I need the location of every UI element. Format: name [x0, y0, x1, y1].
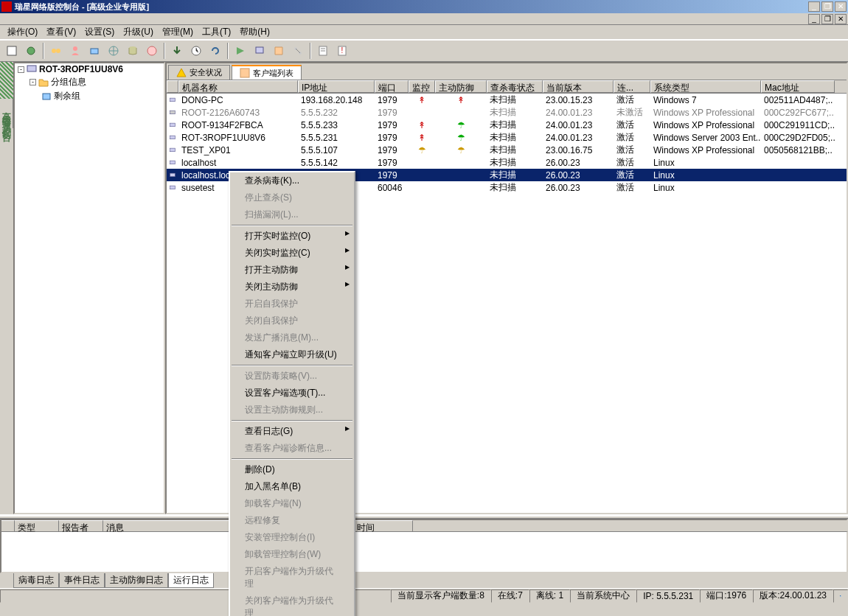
- cell-sys: Linux: [650, 158, 761, 168]
- tab-clients[interactable]: 客户端列表: [232, 65, 302, 80]
- menu-tools[interactable]: 工具(T): [198, 24, 235, 40]
- table-row[interactable]: ROOT-9134F2FBCA5.5.5.2331979↟☂未扫描24.00.0…: [167, 119, 847, 131]
- tree-root[interactable]: - ROT-3ROPF1UU8V6: [15, 63, 164, 75]
- col-ver[interactable]: 当前版本: [543, 80, 614, 93]
- col-port[interactable]: 端口: [375, 80, 409, 93]
- log-tab-event[interactable]: 事件日志: [59, 573, 105, 588]
- mdi-minimize-button[interactable]: _: [808, 14, 820, 24]
- col-ip[interactable]: IP地址: [298, 80, 375, 93]
- tool-alert-icon[interactable]: !: [333, 42, 351, 60]
- ctx-closedef[interactable]: 关闭主动防御: [230, 279, 354, 295]
- svg-point-3: [56, 49, 60, 53]
- tool-x-icon[interactable]: [143, 42, 161, 60]
- menu-help[interactable]: 帮助(H): [235, 24, 274, 40]
- mdi-titlebar: _ ❐ ✕: [0, 13, 848, 25]
- computer-icon: [27, 64, 37, 74]
- cell-sys: Windows Server 2003 Ent...: [650, 133, 761, 143]
- cell-ver: 26.00.23: [543, 183, 614, 193]
- tool-btn-1[interactable]: [3, 42, 21, 60]
- tool-net-icon[interactable]: [105, 42, 122, 60]
- tool-sync-icon[interactable]: [206, 42, 224, 60]
- ctx-delete[interactable]: 删除(D): [230, 461, 354, 478]
- table-row[interactable]: TEST_XP015.5.5.1071979☂☂未扫描23.00.16.75激活…: [167, 144, 847, 156]
- table-row[interactable]: ROOT-2126A607435.5.5.2321979未扫描24.00.01.…: [167, 106, 847, 119]
- col-mon[interactable]: 监控: [409, 80, 435, 93]
- col-mac[interactable]: Mac地址: [761, 80, 835, 93]
- svg-rect-24: [170, 161, 175, 164]
- tool-conn-icon[interactable]: [289, 42, 307, 60]
- ctx-viewlog[interactable]: 查看日志(G): [230, 423, 354, 440]
- cell-port: 1979: [375, 108, 409, 118]
- log-col-time[interactable]: 时间: [354, 520, 413, 531]
- tab-security[interactable]: 安全状况: [168, 65, 230, 80]
- tool-db-icon[interactable]: [124, 42, 142, 60]
- table-row[interactable]: DONG-PC193.168.20.1481979↟↟未扫描23.00.15.2…: [167, 94, 847, 106]
- ctx-uninstall: 卸载客户端(N): [230, 495, 354, 512]
- col-conn[interactable]: 连...: [614, 80, 650, 93]
- cell-sys: Windows XP Professional: [650, 145, 761, 155]
- ctx-clientopt[interactable]: 设置客户端选项(T)...: [230, 385, 354, 402]
- warning-icon: [176, 68, 187, 78]
- tool-group-icon[interactable]: [47, 42, 65, 60]
- col-name[interactable]: 机器名称: [178, 80, 298, 93]
- computer-icon: [170, 120, 175, 130]
- log-tab-run[interactable]: 运行日志: [168, 573, 214, 588]
- ctx-openmon[interactable]: 打开实时监控(O): [230, 228, 354, 245]
- tree-panel[interactable]: - ROT-3ROPF1UU8V6 - 分组信息 剩余组: [13, 62, 165, 514]
- cell-sys: Windows XP Professional: [650, 108, 761, 118]
- cell-name: ROOT-2126A60743: [178, 108, 298, 118]
- tree-group[interactable]: - 分组信息: [15, 75, 164, 89]
- cell-ver: 24.00.01.23: [543, 108, 614, 118]
- statusbar: 当前显示客户端数量:8 在线:7 离线: 1 当前系统中心 IP: 5.5.5.…: [0, 588, 848, 603]
- ctx-kill[interactable]: 查杀病毒(K)...: [230, 172, 354, 189]
- cell-port: 1979: [375, 133, 409, 143]
- tool-dl-icon[interactable]: [168, 42, 186, 60]
- group-icon: [41, 91, 52, 102]
- menu-upgrade[interactable]: 升级(U): [119, 24, 158, 40]
- log-tab-virus[interactable]: 病毒日志: [13, 573, 59, 588]
- tree-remain[interactable]: 剩余组: [15, 89, 164, 103]
- table-row[interactable]: ROT-3ROPF1UU8V65.5.5.2311979↟☂未扫描24.00.0…: [167, 131, 847, 144]
- minimize-button[interactable]: _: [808, 1, 820, 12]
- menu-view[interactable]: 查看(V): [42, 24, 80, 40]
- rising-logo: [0, 62, 13, 99]
- tool-remote-icon[interactable]: [251, 42, 268, 60]
- restore-button[interactable]: ❐: [821, 1, 833, 12]
- menu-operation[interactable]: 操作(O): [3, 24, 42, 40]
- menu-settings[interactable]: 设置(S): [80, 24, 119, 40]
- log-col-reporter[interactable]: 报告者: [59, 520, 103, 531]
- tool-push-icon[interactable]: [232, 42, 249, 60]
- col-def[interactable]: 主动防御: [435, 80, 487, 93]
- list-icon: [240, 68, 250, 78]
- tabs: 安全状况 客户端列表: [167, 63, 847, 80]
- col-scan[interactable]: 查杀毒状态: [487, 80, 543, 93]
- ctx-closemon[interactable]: 关闭实时监控(C): [230, 245, 354, 262]
- cell-port: 1979: [375, 120, 409, 130]
- tool-lic-icon[interactable]: [270, 42, 288, 60]
- tree-expand-icon[interactable]: -: [18, 66, 24, 73]
- tool-user-icon[interactable]: [66, 42, 84, 60]
- arrow-red-icon: ↟: [418, 95, 425, 105]
- ctx-defrule: 设置主动防御规则...: [230, 402, 354, 419]
- col-sys[interactable]: 系统类型: [650, 80, 761, 93]
- tool-sched-icon[interactable]: [187, 42, 205, 60]
- cell-scan: 未扫描: [487, 181, 543, 194]
- tool-rpt-icon[interactable]: [314, 42, 332, 60]
- menu-manage[interactable]: 管理(M): [158, 24, 198, 40]
- titlebar: 瑞星网络版控制台 - [高级企业专用版] _ ❐ ✕: [0, 0, 848, 13]
- log-col-type[interactable]: 类型: [15, 520, 59, 531]
- log-body[interactable]: [0, 532, 848, 573]
- mdi-close-button[interactable]: ✕: [835, 14, 847, 24]
- close-button[interactable]: ✕: [835, 1, 847, 12]
- tool-svc-icon[interactable]: [86, 42, 103, 60]
- ctx-notify[interactable]: 通知客户端立即升级(U): [230, 346, 354, 363]
- ctx-blacklist[interactable]: 加入黑名单(B): [230, 478, 354, 495]
- svg-rect-19: [170, 98, 175, 102]
- ctx-opendef[interactable]: 打开主动防御: [230, 262, 354, 279]
- mdi-restore-button[interactable]: ❐: [821, 14, 833, 24]
- tree-expand-icon[interactable]: -: [29, 79, 36, 85]
- table-row[interactable]: localhost5.5.5.1421979未扫描26.00.23激活Linux: [167, 156, 847, 169]
- tool-btn-2[interactable]: [22, 42, 40, 60]
- cell-port: 60046: [375, 183, 409, 193]
- log-tab-def[interactable]: 主动防御日志: [105, 573, 168, 588]
